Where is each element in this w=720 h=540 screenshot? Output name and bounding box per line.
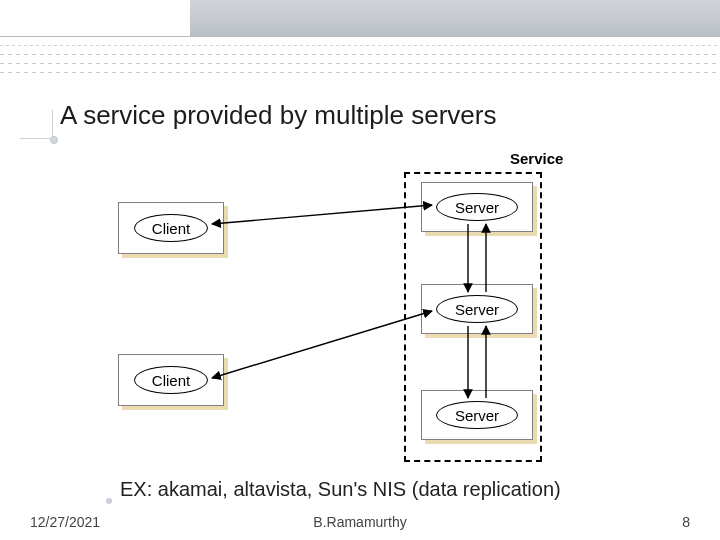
footer-author: B.Ramamurthy (0, 514, 720, 530)
corner-dot-icon (50, 136, 58, 144)
edge-client1-server1 (212, 205, 432, 224)
edges-layer (100, 148, 620, 468)
rule-line (0, 54, 720, 55)
diagram-area: Service Client Client Server Server Serv… (100, 148, 620, 468)
header-band-right (190, 0, 720, 36)
rule-line (0, 63, 720, 64)
slide-caption: EX: akamai, altavista, Sun's NIS (data r… (120, 478, 561, 501)
rule-line (0, 72, 720, 73)
footer-page: 8 (682, 514, 690, 530)
slide-title: A service provided by multiple servers (60, 100, 496, 131)
bullet-dot-icon (106, 498, 112, 504)
edge-client2-server2 (212, 311, 432, 378)
header-band (0, 0, 720, 36)
rule-line (0, 45, 720, 46)
rule-line (0, 36, 720, 37)
header-band-left (0, 0, 190, 36)
